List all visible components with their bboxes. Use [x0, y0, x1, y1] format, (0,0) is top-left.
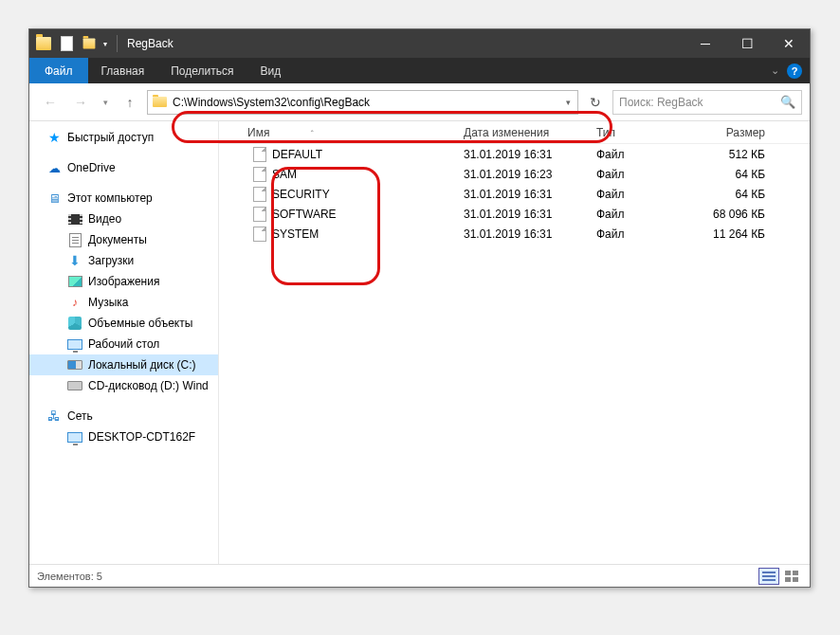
- file-name: DEFAULT: [272, 148, 322, 161]
- file-type: Файл: [589, 168, 703, 181]
- forward-button[interactable]: →: [67, 90, 94, 115]
- svg-rect-1: [762, 575, 776, 577]
- qat-newfolder-icon[interactable]: [81, 35, 98, 52]
- minimize-button[interactable]: ─: [685, 29, 726, 58]
- file-list: Имя ˆ Дата изменения Тип Размер DEFAULT3…: [219, 121, 810, 564]
- sidebar-item-onedrive[interactable]: ☁ OneDrive: [29, 157, 218, 178]
- file-size: 512 КБ: [703, 148, 788, 161]
- sidebar-item-label: OneDrive: [67, 161, 116, 174]
- help-icon[interactable]: ?: [787, 64, 802, 79]
- address-input[interactable]: [171, 91, 558, 114]
- file-icon: [253, 207, 266, 222]
- tab-home[interactable]: Главная: [88, 58, 158, 83]
- file-type: Файл: [589, 227, 703, 241]
- column-header-date[interactable]: Дата изменения: [456, 126, 589, 139]
- sidebar-item-label: Этот компьютер: [67, 191, 153, 205]
- file-row[interactable]: SECURITY31.01.2019 16:31Файл64 КБ: [219, 184, 810, 204]
- threed-icon: [67, 316, 82, 331]
- sidebar-item-thispc[interactable]: 🖥 Этот компьютер: [29, 188, 218, 209]
- sidebar-item-label: Загрузки: [88, 254, 134, 267]
- qat-dropdown-icon[interactable]: ▾: [103, 40, 107, 48]
- maximize-button[interactable]: ☐: [726, 29, 768, 58]
- file-date: 31.01.2019 16:31: [456, 188, 589, 201]
- file-type: Файл: [589, 148, 703, 161]
- address-dropdown-icon[interactable]: ▾: [558, 98, 577, 107]
- svg-rect-3: [785, 571, 791, 575]
- search-box[interactable]: 🔍: [612, 90, 802, 115]
- sidebar-item[interactable]: CD-дисковод (D:) Wind: [29, 375, 218, 396]
- view-details-button[interactable]: [758, 568, 779, 585]
- file-row[interactable]: SAM31.01.2019 16:23Файл64 КБ: [219, 164, 810, 184]
- refresh-button[interactable]: ↻: [582, 90, 609, 115]
- sidebar-item[interactable]: Локальный диск (C:): [29, 354, 218, 375]
- file-name: SECURITY: [272, 188, 330, 201]
- status-text: Элементов: 5: [37, 571, 102, 582]
- file-size: 64 КБ: [703, 188, 788, 201]
- sidebar-item-label: Объемные объекты: [88, 317, 192, 330]
- sidebar-item[interactable]: Видео: [29, 209, 218, 229]
- cloud-icon: ☁: [46, 160, 62, 175]
- file-size: 64 КБ: [703, 168, 788, 181]
- sidebar-item-label: Изображения: [88, 275, 159, 288]
- file-date: 31.01.2019 16:31: [456, 227, 589, 241]
- view-icons-button[interactable]: [781, 568, 802, 585]
- titlebar: ▾ RegBack ─ ☐ ✕: [29, 29, 810, 58]
- back-button[interactable]: ←: [37, 90, 64, 115]
- pc-icon: 🖥: [46, 190, 62, 206]
- up-button[interactable]: ↑: [117, 90, 143, 115]
- qat-properties-icon[interactable]: [58, 35, 75, 52]
- tab-file[interactable]: Файл: [29, 58, 88, 83]
- drive-icon: [67, 378, 82, 393]
- column-header-type[interactable]: Тип: [589, 126, 703, 139]
- sidebar-item-label: Музыка: [88, 296, 128, 309]
- folder-icon: [148, 97, 171, 107]
- file-date: 31.01.2019 16:31: [456, 208, 589, 221]
- history-dropdown[interactable]: ▾: [98, 90, 113, 115]
- svg-rect-5: [785, 577, 791, 582]
- note-icon: ♪: [67, 295, 82, 310]
- address-bar[interactable]: ▾: [147, 90, 578, 115]
- file-date: 31.01.2019 16:31: [456, 148, 589, 161]
- svg-rect-4: [793, 571, 798, 575]
- file-size: 11 264 КБ: [703, 227, 788, 241]
- search-input[interactable]: [619, 96, 780, 109]
- file-icon: [253, 147, 266, 162]
- sidebar-item[interactable]: DESKTOP-CDT162F: [29, 426, 218, 447]
- svg-rect-2: [762, 579, 776, 581]
- file-date: 31.01.2019 16:23: [456, 168, 589, 181]
- sidebar-item[interactable]: Рабочий стол: [29, 334, 218, 354]
- navigation-bar: ← → ▾ ↑ ▾ ↻ 🔍: [29, 83, 810, 121]
- sidebar-item[interactable]: Объемные объекты: [29, 313, 218, 334]
- sidebar-item[interactable]: Изображения: [29, 271, 218, 292]
- sidebar-item-label: CD-дисковод (D:) Wind: [88, 379, 209, 392]
- column-header-name[interactable]: Имя ˆ: [219, 126, 456, 139]
- sidebar-item[interactable]: ⬇Загрузки: [29, 250, 218, 271]
- ribbon-expand-icon[interactable]: ⌄: [771, 64, 779, 77]
- file-size: 68 096 КБ: [703, 208, 788, 221]
- ribbon-tabs: Файл Главная Поделиться Вид ⌄ ?: [29, 58, 810, 83]
- video-icon: [67, 211, 82, 227]
- sidebar-item[interactable]: ♪Музыка: [29, 292, 218, 313]
- column-header-size[interactable]: Размер: [703, 126, 788, 139]
- folder-icon: [35, 35, 52, 52]
- sidebar-item-network[interactable]: 🖧 Сеть: [29, 406, 218, 426]
- tab-view[interactable]: Вид: [247, 58, 294, 83]
- file-icon: [253, 187, 266, 202]
- file-row[interactable]: DEFAULT31.01.2019 16:31Файл512 КБ: [219, 144, 810, 164]
- svg-rect-0: [762, 572, 776, 573]
- file-row[interactable]: SYSTEM31.01.2019 16:31Файл11 264 КБ: [219, 224, 810, 244]
- sidebar-item-quickaccess[interactable]: ★ Быстрый доступ: [29, 127, 218, 148]
- close-button[interactable]: ✕: [768, 29, 810, 58]
- doc-icon: [67, 232, 82, 247]
- column-headers: Имя ˆ Дата изменения Тип Размер: [219, 121, 810, 144]
- file-row[interactable]: SOFTWARE31.01.2019 16:31Файл68 096 КБ: [219, 204, 810, 224]
- star-icon: ★: [46, 130, 62, 145]
- file-name: SOFTWARE: [272, 208, 337, 221]
- sidebar-item-label: DESKTOP-CDT162F: [88, 430, 195, 444]
- explorer-window: ▾ RegBack ─ ☐ ✕ Файл Главная Поделиться …: [28, 28, 811, 588]
- tab-share[interactable]: Поделиться: [157, 58, 247, 83]
- file-name: SYSTEM: [272, 227, 319, 241]
- sidebar-item[interactable]: Документы: [29, 229, 218, 250]
- file-type: Файл: [589, 188, 703, 201]
- img-icon: [67, 274, 82, 289]
